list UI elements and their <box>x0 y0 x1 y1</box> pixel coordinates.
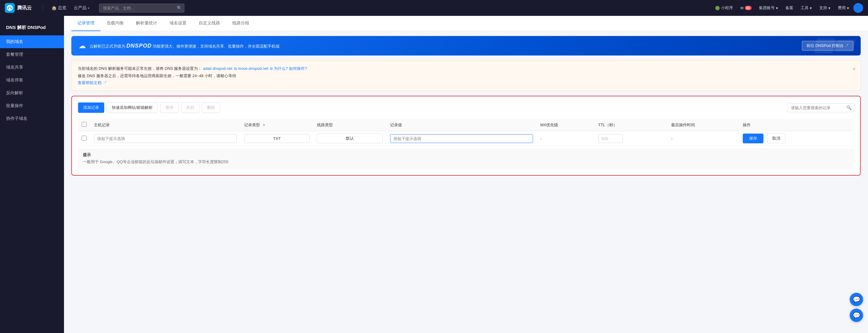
main-content: 记录管理 负载均衡 解析量统计 域名设置 自定义线路 线路分组 ☁ <box>64 16 868 333</box>
host-record-input[interactable] <box>94 134 237 143</box>
warning-close-button[interactable]: × <box>853 65 856 74</box>
dns2-link[interactable]: move.dnspod.net <box>238 66 268 71</box>
cancel-record-button[interactable]: 取消 <box>767 133 785 143</box>
edit-row-type-cell: TXT <box>241 131 314 146</box>
th-host-label: 主机记录 <box>94 123 110 127</box>
warning-line3: 查看帮助文档 ↗ <box>78 79 854 86</box>
nav-mini-program[interactable]: 🟢 小程序 <box>712 0 736 16</box>
th-line-type-label: 线路类型 <box>317 123 333 127</box>
global-search-icon[interactable]: 🔍 <box>177 5 182 10</box>
edit-row-mx-cell: - <box>537 131 595 146</box>
help-doc-link[interactable]: 查看帮助文档 ↗ <box>78 81 107 85</box>
ttl-input[interactable] <box>598 134 623 143</box>
table-header: 主机记录 记录类型 ▼ 线路类型 记录值 <box>78 119 854 131</box>
sidebar-item-reverse-resolve[interactable]: 反向解析 <box>0 87 64 99</box>
add-record-button[interactable]: 添加记录 <box>78 102 104 113</box>
sidebar-item-label: 我的域名 <box>6 39 23 44</box>
edit-row-checkbox[interactable] <box>82 136 87 141</box>
cloud-product-label: 云产品 <box>74 5 87 11</box>
warning-line2: 修改 DNS 服务器之后，还需等待各地运营商刷新生效，一般需要 24~48 小时… <box>78 72 854 79</box>
tab-label: 域名设置 <box>169 21 187 26</box>
th-record-value-label: 记录值 <box>390 123 402 127</box>
banner-desc-text: 功能更强大、操作更便捷，支持域名共享、批量操作，并全面适配手机端 <box>153 44 279 49</box>
th-record-type: 记录类型 ▼ <box>241 119 314 131</box>
dns1-link[interactable]: adair.dnspod.net <box>203 66 232 71</box>
th-checkbox <box>78 119 90 131</box>
svg-point-1 <box>8 8 9 9</box>
sidebar-item-label: 域名共享 <box>6 65 23 69</box>
nav-tools[interactable]: 工具 ▾ <box>798 0 815 16</box>
sidebar-item-package[interactable]: 套餐管理 <box>0 48 64 61</box>
nav-support[interactable]: 支持 ▾ <box>816 0 834 16</box>
edit-row-host-cell <box>90 131 241 146</box>
table-header-row: 主机记录 记录类型 ▼ 线路类型 记录值 <box>78 119 854 131</box>
pause-button[interactable]: 暂停 <box>160 102 179 113</box>
nav-group-account[interactable]: 集团账号 ▾ <box>756 0 781 16</box>
nav-cloud-product[interactable]: 云产品 ▾ <box>70 0 93 16</box>
sidebar-item-my-domains[interactable]: 我的域名 <box>0 35 64 48</box>
fee-label: 费用 <box>838 5 846 11</box>
user-avatar[interactable]: 👤 <box>854 3 863 13</box>
sidebar-item-sub-domain[interactable]: 协作子域名 <box>0 112 64 125</box>
svg-point-0 <box>7 5 13 11</box>
tab-stats[interactable]: 解析量统计 <box>130 16 163 31</box>
tab-label: 负载均衡 <box>107 21 124 26</box>
dns2-copy-icon[interactable]: ⧉ <box>270 66 273 71</box>
nav-home[interactable]: 🏠 总览 <box>48 0 70 16</box>
save-record-button[interactable]: 保存 <box>743 133 764 143</box>
banner-prefix-text: 云解析已正式升级为 <box>90 44 125 49</box>
deco-shape-2 <box>835 40 856 52</box>
record-type-filter-icon[interactable]: ▼ <box>262 123 266 127</box>
table-body: TXT 默认 - <box>78 131 854 146</box>
chat-float-button[interactable]: 💬 <box>850 293 863 306</box>
sidebar-app-title: DNS 解析 DNSPod <box>0 21 64 35</box>
sidebar-item-domain-share[interactable]: 域名共享 <box>0 61 64 74</box>
feedback-float-button[interactable]: 💬 <box>850 309 863 322</box>
goto-dnspod-button[interactable]: 前往 DNSPod 控制台 ↗ <box>802 41 854 51</box>
svg-point-2 <box>11 8 12 9</box>
nav-message[interactable]: ✉ 61 <box>737 0 755 16</box>
tab-record-mgmt[interactable]: 记录管理 <box>71 16 100 31</box>
mini-program-label: 小程序 <box>721 5 733 11</box>
tab-label: 记录管理 <box>78 21 94 26</box>
enable-button[interactable]: 开启 <box>181 102 199 113</box>
nav-fee[interactable]: 费用 ▾ <box>835 0 852 16</box>
record-search-icon[interactable]: 🔍 <box>846 105 851 110</box>
edit-row-time-cell: - <box>668 131 739 146</box>
group-account-arrow: ▾ <box>776 6 778 10</box>
th-line-type: 线路类型 <box>313 119 386 131</box>
tab-line-group[interactable]: 线路分组 <box>226 16 255 31</box>
warning-line1: 当前域名的 DNS 解析服务可能未正常生效，请将 DNS 服务器设置为： ada… <box>78 65 854 72</box>
line-type-display: 默认 <box>317 133 383 143</box>
nav-filing[interactable]: 备案 <box>782 0 796 16</box>
hint-title: 提示 <box>83 152 849 158</box>
hint-box: 提示 一般用于 Google、QQ等企业邮箱的反垃圾邮件设置；填写文本，字符长度… <box>78 149 854 169</box>
tab-load-balance[interactable]: 负载均衡 <box>100 16 130 31</box>
select-all-checkbox[interactable] <box>82 122 87 127</box>
why-link[interactable]: 为什么? 如何操作? <box>274 66 307 71</box>
record-value-input[interactable] <box>390 134 533 143</box>
tab-domain-settings[interactable]: 域名设置 <box>163 16 193 31</box>
message-badge: 61 <box>745 6 751 10</box>
quick-add-button[interactable]: 快速添加网站/邮箱解析 <box>107 102 158 113</box>
tab-custom-line[interactable]: 自定义线路 <box>193 16 226 31</box>
tencent-cloud-logo-icon <box>5 3 14 13</box>
dns1-copy-icon[interactable]: ⧉ <box>234 66 237 71</box>
sidebar-item-batch-ops[interactable]: 批量操作 <box>0 99 64 112</box>
table-edit-row: TXT 默认 - <box>78 131 854 146</box>
app-layout: DNS 解析 DNSPod 我的域名 套餐管理 域名共享 域名停靠 反向解析 批… <box>0 16 868 333</box>
sidebar-item-domain-suspend[interactable]: 域名停靠 <box>0 74 64 87</box>
edit-row-checkbox-cell <box>78 131 90 146</box>
record-search-input[interactable] <box>787 103 854 112</box>
mx-priority-dash: - <box>540 136 541 141</box>
filing-label: 备案 <box>785 5 793 11</box>
logo-area[interactable]: 腾讯云 <box>5 3 38 13</box>
sidebar-item-label: 协作子域名 <box>6 116 27 121</box>
edit-row-action-cell: 保存 取消 <box>739 131 854 146</box>
banner-description: 云解析已正式升级为 DNSPOD 功能更强大、操作更便捷，支持域名共享、批量操作… <box>90 43 798 49</box>
tools-arrow: ▾ <box>810 6 812 10</box>
tab-bar: 记录管理 负载均衡 解析量统计 域名设置 自定义线路 线路分组 <box>64 16 868 31</box>
global-search-input[interactable] <box>99 4 184 12</box>
delete-button[interactable]: 删除 <box>202 102 220 113</box>
dnspod-brand-logo: DNSPOD <box>126 43 152 49</box>
